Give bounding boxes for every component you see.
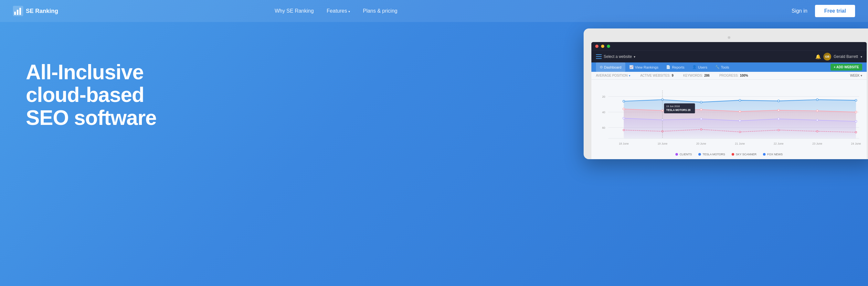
tab-view-rankings[interactable]: 📈 View Rankings bbox=[625, 62, 662, 72]
stat-active-websites: ACTIVE WEBSITES: 9 bbox=[640, 74, 674, 77]
laptop-screen: Select a website 🔔 GB Gerald Barrett ⊙ bbox=[591, 42, 867, 159]
svg-text:40: 40 bbox=[602, 111, 605, 114]
hero-section: All-Inclusive cloud-based SEO software bbox=[0, 22, 868, 286]
svg-point-35 bbox=[739, 120, 741, 122]
legend-fox-news: FOX NEWS bbox=[763, 153, 783, 156]
svg-point-24 bbox=[855, 99, 857, 101]
nav-right: Sign in Free trial bbox=[792, 5, 855, 17]
select-website[interactable]: Select a website bbox=[596, 54, 635, 59]
svg-text:19 Jun 2016: 19 Jun 2016 bbox=[666, 105, 680, 108]
svg-text:TESLA MOTORS  28: TESLA MOTORS 28 bbox=[666, 109, 690, 112]
svg-point-32 bbox=[623, 117, 625, 119]
hero-title: All-Inclusive cloud-based SEO software bbox=[26, 61, 156, 129]
svg-point-45 bbox=[855, 131, 857, 133]
user-dropdown-icon bbox=[861, 54, 862, 59]
svg-text:24 June: 24 June bbox=[851, 142, 861, 145]
chart-svg: 20 40 60 18 June 19 June 20 June 21 June… bbox=[596, 83, 862, 147]
svg-text:21 June: 21 June bbox=[735, 142, 745, 145]
svg-text:18 June: 18 June bbox=[619, 142, 629, 145]
tab-tools[interactable]: 🔧 Tools bbox=[711, 62, 733, 72]
dot-green bbox=[607, 45, 610, 48]
laptop-camera bbox=[728, 36, 730, 39]
laptop-mockup: Select a website 🔔 GB Gerald Barrett ⊙ bbox=[584, 28, 868, 159]
legend-sky-scanner: SKY SCANNER bbox=[732, 153, 756, 156]
svg-rect-3 bbox=[20, 8, 21, 15]
legend-tesla: TESLA MOTORS bbox=[699, 153, 725, 156]
chart-area: 20 40 60 18 June 19 June 20 June 21 June… bbox=[591, 80, 867, 151]
svg-text:20: 20 bbox=[602, 95, 605, 98]
features-dropdown-icon bbox=[348, 8, 350, 14]
stat-avg-position: AVERAGE POSITION ▾ bbox=[596, 74, 630, 77]
avatar: GB bbox=[824, 53, 831, 60]
nav-links: Why SE Ranking Features Plans & pricing bbox=[255, 8, 398, 14]
legend-dot-clients bbox=[675, 153, 678, 155]
nav-features[interactable]: Features bbox=[327, 8, 350, 14]
dot-red bbox=[595, 45, 598, 48]
svg-point-28 bbox=[739, 111, 741, 113]
stat-keywords: KEYWORDS: 286 bbox=[683, 74, 710, 77]
nav-why[interactable]: Why SE Ranking bbox=[275, 8, 314, 14]
stat-progress: PROGRESS: 100% bbox=[719, 74, 748, 77]
navbar: SE Ranking Why SE Ranking Features Plans… bbox=[0, 0, 868, 22]
add-website-button[interactable]: + ADD WEBSITE bbox=[831, 64, 862, 70]
svg-point-42 bbox=[739, 131, 741, 133]
legend-dot-tesla bbox=[699, 153, 701, 155]
hero-text: All-Inclusive cloud-based SEO software bbox=[26, 41, 156, 129]
svg-point-31 bbox=[855, 111, 857, 113]
svg-rect-1 bbox=[14, 12, 16, 15]
svg-point-29 bbox=[777, 109, 779, 111]
week-button[interactable]: WEEK ▾ bbox=[850, 74, 862, 77]
svg-rect-2 bbox=[17, 10, 19, 15]
free-trial-button[interactable]: Free trial bbox=[815, 5, 855, 17]
svg-point-38 bbox=[855, 120, 857, 122]
app-titlebar bbox=[591, 42, 867, 51]
app-nav: ⊙ Dashboard 📈 View Rankings 📄 Reports bbox=[591, 62, 867, 72]
svg-text:60: 60 bbox=[602, 126, 605, 130]
logo-icon bbox=[13, 6, 23, 16]
svg-point-41 bbox=[700, 129, 702, 131]
svg-point-27 bbox=[700, 109, 702, 111]
svg-point-21 bbox=[739, 99, 741, 101]
app-topbar: Select a website 🔔 GB Gerald Barrett bbox=[591, 51, 867, 62]
svg-text:19 June: 19 June bbox=[658, 142, 668, 145]
svg-point-23 bbox=[816, 99, 818, 101]
tab-reports[interactable]: 📄 Reports bbox=[662, 62, 688, 72]
svg-text:23 June: 23 June bbox=[812, 142, 823, 145]
logo-text: SE Ranking bbox=[26, 8, 58, 15]
legend-clients: CLIENTS bbox=[675, 153, 692, 156]
svg-point-20 bbox=[700, 101, 702, 103]
dot-yellow bbox=[601, 45, 604, 48]
svg-point-43 bbox=[778, 130, 779, 131]
laptop-outer: Select a website 🔔 GB Gerald Barrett ⊙ bbox=[584, 28, 868, 159]
select-website-dropdown-icon bbox=[634, 54, 635, 59]
logo-link[interactable]: SE Ranking bbox=[13, 6, 58, 16]
svg-point-18 bbox=[623, 100, 625, 102]
svg-text:22 June: 22 June bbox=[774, 142, 784, 145]
svg-point-36 bbox=[777, 118, 779, 120]
bell-icon: 🔔 bbox=[815, 54, 821, 59]
svg-point-37 bbox=[816, 119, 818, 121]
tab-users[interactable]: 👤 Users bbox=[688, 62, 711, 72]
svg-text:20 June: 20 June bbox=[696, 142, 706, 145]
svg-point-34 bbox=[700, 118, 702, 120]
svg-point-25 bbox=[623, 108, 625, 110]
svg-point-39 bbox=[623, 130, 625, 131]
svg-point-30 bbox=[816, 110, 818, 112]
svg-point-44 bbox=[817, 131, 818, 132]
legend-dot-sky bbox=[732, 153, 734, 155]
svg-point-22 bbox=[777, 100, 779, 102]
app-nav-tabs: ⊙ Dashboard 📈 View Rankings 📄 Reports bbox=[596, 62, 733, 72]
bar-chart-icon bbox=[596, 54, 602, 59]
stats-bar: AVERAGE POSITION ▾ ACTIVE WEBSITES: 9 KE… bbox=[591, 72, 867, 80]
tab-dashboard[interactable]: ⊙ Dashboard bbox=[596, 62, 625, 72]
user-info: 🔔 GB Gerald Barrett bbox=[815, 53, 862, 60]
signin-link[interactable]: Sign in bbox=[792, 8, 807, 14]
legend-dot-fox bbox=[763, 153, 766, 155]
nav-pricing[interactable]: Plans & pricing bbox=[363, 8, 398, 14]
chart-legend: CLIENTS TESLA MOTORS SKY SCANNER FOX NEW… bbox=[591, 151, 867, 159]
